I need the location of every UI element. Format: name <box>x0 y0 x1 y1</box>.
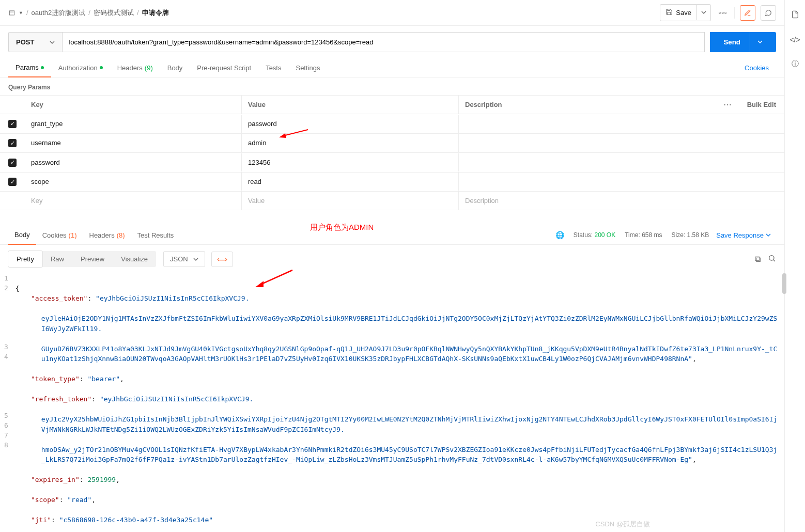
resp-tab-body[interactable]: Body <box>8 226 36 245</box>
view-pretty[interactable]: Pretty <box>8 251 42 267</box>
param-value[interactable]: admin <box>242 134 459 152</box>
param-key[interactable]: scope <box>25 173 242 191</box>
view-preview[interactable]: Preview <box>72 251 113 267</box>
tab-auth[interactable]: Authorization <box>51 59 110 77</box>
format-select[interactable]: JSON <box>163 251 205 267</box>
param-key[interactable]: username <box>25 134 242 152</box>
resp-tab-tests[interactable]: Test Results <box>131 226 180 244</box>
hdr-desc: Description <box>459 96 712 114</box>
save-button[interactable]: Save <box>660 5 696 21</box>
tab-settings[interactable]: Settings <box>288 59 327 77</box>
url-input[interactable] <box>62 32 705 52</box>
query-params-label: Query Params <box>0 77 784 95</box>
param-row[interactable]: ✓grant_typepassword <box>0 114 784 134</box>
hdr-more[interactable]: ⋯ <box>712 100 743 109</box>
send-button[interactable]: Send <box>710 32 776 52</box>
breadcrumb: ▼ / oauth2进阶版测试 / 密码模式测试 / 申请令牌 <box>8 8 660 18</box>
wrap-toggle[interactable]: ⟺ <box>211 252 233 267</box>
save-label: Save <box>676 9 691 17</box>
status: Status: 200 OK <box>574 231 615 239</box>
copy-icon[interactable]: ⧉ <box>755 255 761 264</box>
right-rail: </> ⓘ <box>784 0 805 532</box>
param-desc[interactable] <box>459 157 712 167</box>
param-row-new[interactable] <box>0 192 784 210</box>
save-dropdown[interactable] <box>696 5 710 20</box>
param-desc[interactable] <box>459 138 712 148</box>
response-tabs: Body Cookies (1) Headers (8) Test Result… <box>0 226 784 245</box>
checkbox-icon[interactable]: ✓ <box>8 159 17 167</box>
tab-headers[interactable]: Headers (9) <box>110 59 160 77</box>
send-label: Send <box>723 38 740 46</box>
checkbox-icon[interactable]: ✓ <box>8 120 17 128</box>
resp-tab-cookies[interactable]: Cookies (1) <box>36 226 83 244</box>
svg-point-3 <box>769 255 774 260</box>
rail-docs-icon[interactable] <box>791 10 799 20</box>
method-select[interactable]: POST <box>8 32 62 52</box>
bc-current: 申请令牌 <box>142 8 169 18</box>
watermark: CSDN @孤居自傲 <box>595 520 650 529</box>
checkbox-icon[interactable]: ✓ <box>8 139 17 147</box>
param-row[interactable]: ✓password123456 <box>0 153 784 173</box>
bc-folder[interactable]: 密码模式测试 <box>94 8 134 18</box>
line-gutter: 12 34 5678 <box>4 273 16 532</box>
request-tabs: Params Authorization Headers (9) Body Pr… <box>0 58 784 77</box>
floppy-icon <box>665 8 673 17</box>
scrollbar[interactable] <box>782 273 786 294</box>
view-mode-tabs: Pretty Raw Preview Visualize <box>8 251 156 267</box>
save-response[interactable]: Save Response <box>711 231 776 239</box>
bc-collection[interactable]: oauth2进阶版测试 <box>32 8 86 18</box>
new-key-input[interactable] <box>31 197 235 205</box>
param-row[interactable]: ✓scoperead <box>0 173 784 192</box>
hdr-key: Key <box>25 96 242 114</box>
cookies-link[interactable]: Cookies <box>737 59 776 77</box>
param-desc[interactable] <box>459 118 712 129</box>
tab-params[interactable]: Params <box>8 58 51 77</box>
param-desc[interactable] <box>459 177 712 187</box>
search-icon[interactable] <box>768 254 776 264</box>
chevron-down-icon <box>50 40 55 45</box>
new-value-input[interactable] <box>248 197 452 205</box>
size: Size: 1.58 KB <box>671 231 709 239</box>
rail-info-icon[interactable]: ⓘ <box>792 59 799 69</box>
tab-tests[interactable]: Tests <box>258 59 288 77</box>
comments-icon[interactable] <box>761 5 776 21</box>
time: Time: 658 ms <box>625 231 662 239</box>
more-options[interactable]: ◦◦◦ <box>716 8 729 18</box>
param-key[interactable]: password <box>25 153 242 171</box>
svg-rect-0 <box>9 10 14 14</box>
rail-code-icon[interactable]: </> <box>789 36 800 44</box>
svg-line-4 <box>773 259 775 261</box>
checkbox-icon[interactable]: ✓ <box>8 178 17 186</box>
collection-icon[interactable] <box>8 9 16 17</box>
edit-icon[interactable] <box>740 5 755 21</box>
view-visualize[interactable]: Visualize <box>113 251 156 267</box>
hdr-value: Value <box>242 96 459 114</box>
param-value[interactable]: 123456 <box>242 153 459 171</box>
resp-tab-headers[interactable]: Headers (8) <box>83 226 131 244</box>
bulk-edit[interactable]: Bulk Edit <box>743 101 784 108</box>
globe-icon[interactable]: 🌐 <box>555 231 564 239</box>
send-dropdown[interactable] <box>750 32 763 52</box>
new-desc-input[interactable] <box>465 197 706 205</box>
params-header-row: Key Value Description ⋯ Bulk Edit <box>0 95 784 114</box>
view-raw[interactable]: Raw <box>42 251 72 267</box>
chevron-down-icon[interactable]: ▼ <box>19 10 23 15</box>
param-value[interactable]: read <box>242 173 459 191</box>
tab-body[interactable]: Body <box>160 59 190 77</box>
param-value[interactable]: password <box>242 115 459 133</box>
save-button-group: Save <box>660 4 711 21</box>
method-label: POST <box>16 38 34 46</box>
response-body[interactable]: 12 34 5678 { "access_token": "eyJhbGciOi… <box>0 273 784 532</box>
param-row[interactable]: ✓usernameadmin <box>0 134 784 153</box>
tab-prereq[interactable]: Pre-request Script <box>190 59 258 77</box>
param-key[interactable]: grant_type <box>25 115 242 133</box>
